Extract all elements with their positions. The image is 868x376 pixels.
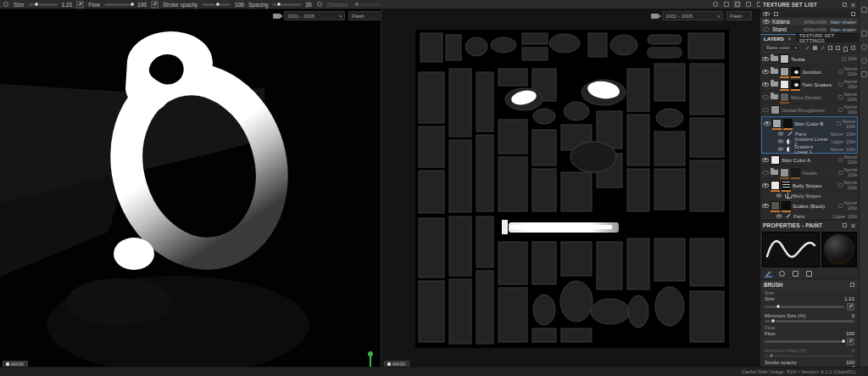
eye-icon[interactable] bbox=[762, 204, 769, 208]
material-sphere-preview[interactable] bbox=[821, 232, 857, 267]
eraser-tool-icon[interactable] bbox=[778, 270, 786, 278]
min-size-value[interactable]: 0 bbox=[852, 313, 854, 318]
layer-thumbnail[interactable] bbox=[780, 168, 789, 177]
effect-name[interactable]: Gradient Linear 1 bbox=[794, 144, 828, 154]
blend-mode[interactable]: Ldge bbox=[832, 139, 843, 144]
dock-icon[interactable] bbox=[842, 2, 848, 8]
layer-thumbnail[interactable] bbox=[771, 201, 780, 210]
view-mode-dropdown[interactable]: Flash bbox=[348, 11, 381, 20]
layer-thumbnail[interactable] bbox=[771, 105, 780, 115]
layer-opacity[interactable]: 100 bbox=[848, 185, 857, 190]
mask-toggle[interactable] bbox=[842, 57, 846, 61]
preset-icon[interactable] bbox=[849, 282, 855, 288]
layer-thumbnail[interactable] bbox=[780, 67, 789, 76]
layer-name[interactable]: Micro Details bbox=[791, 94, 837, 100]
effect-row-paint-scales[interactable]: Paint Ldge 100 bbox=[760, 212, 859, 220]
layer-name[interactable]: Belly Stripes bbox=[793, 182, 837, 188]
mask-toggle[interactable] bbox=[838, 183, 843, 188]
effect-opacity[interactable]: 100 bbox=[846, 132, 855, 137]
mask-toggle[interactable] bbox=[838, 171, 843, 175]
layer-name[interactable]: Skin Color B bbox=[794, 121, 835, 126]
layer-name[interactable]: Heads bbox=[802, 170, 837, 176]
layer-opacity[interactable]: 100 bbox=[848, 56, 857, 61]
layer-thumbnail[interactable] bbox=[780, 93, 789, 102]
display-settings-icon[interactable] bbox=[861, 7, 867, 13]
spacing-value[interactable]: 20 bbox=[305, 2, 311, 8]
flow-slider[interactable] bbox=[765, 340, 844, 343]
layer-name[interactable]: Twin Snakes bbox=[802, 81, 837, 87]
size-value[interactable]: 1.21 bbox=[62, 2, 73, 8]
camera-icon[interactable] bbox=[651, 14, 659, 19]
mask-thumbnail[interactable] bbox=[791, 80, 800, 89]
filter-icon[interactable] bbox=[850, 11, 856, 17]
brush-stroke-preview[interactable] bbox=[762, 232, 820, 267]
mask-toggle[interactable] bbox=[838, 158, 843, 162]
blend-mode[interactable]: Norm bbox=[831, 132, 843, 137]
shape-icon[interactable] bbox=[745, 1, 752, 8]
layer-opacity[interactable]: 100 bbox=[848, 172, 857, 177]
dock-icon[interactable] bbox=[842, 222, 848, 228]
layer-row-tsuba[interactable]: Tsuba 100 bbox=[760, 53, 859, 65]
alphas-panel-icon[interactable] bbox=[861, 58, 867, 64]
layer-opacity[interactable]: 100 bbox=[848, 160, 857, 165]
layer-opacity[interactable]: 100 bbox=[848, 97, 857, 102]
flow-pressure-toggle[interactable] bbox=[151, 1, 159, 8]
add-fill-layer-icon[interactable] bbox=[812, 45, 818, 51]
mask-toggle[interactable] bbox=[838, 70, 843, 74]
layer-row-junction[interactable]: Junction Norm 100 bbox=[760, 65, 859, 78]
view-mode-dropdown[interactable]: Flash bbox=[726, 11, 752, 20]
add-group-icon[interactable] bbox=[843, 45, 849, 51]
layer-name[interactable]: Skin Color A bbox=[782, 157, 837, 163]
pen-tool-icon[interactable] bbox=[734, 1, 741, 8]
flow-pressure-toggle[interactable] bbox=[847, 338, 854, 345]
eye-icon[interactable] bbox=[762, 171, 769, 175]
mask-thumbnail[interactable] bbox=[791, 67, 800, 76]
add-mask-icon[interactable] bbox=[835, 45, 841, 51]
layer-name[interactable]: Junction bbox=[802, 69, 837, 75]
mask-thumbnail[interactable] bbox=[783, 119, 793, 128]
texture-set-row[interactable]: Katana 4096x4096 Main shader bbox=[760, 18, 859, 25]
eye-icon[interactable] bbox=[763, 27, 770, 31]
eye-icon[interactable] bbox=[762, 70, 769, 74]
layer-opacity[interactable]: 100 bbox=[848, 205, 857, 210]
materials-panel-icon[interactable] bbox=[861, 44, 867, 50]
layer-opacity[interactable]: 100 bbox=[848, 109, 857, 115]
close-icon[interactable] bbox=[850, 2, 856, 8]
stroke-opacity-value[interactable]: 100 bbox=[235, 2, 244, 8]
channel-filter-dropdown[interactable]: Base color bbox=[763, 44, 800, 52]
tool-settings-icon[interactable] bbox=[3, 1, 9, 8]
flow-value[interactable]: 100 bbox=[846, 331, 854, 336]
eye-icon[interactable] bbox=[762, 108, 769, 112]
size-pressure-toggle[interactable] bbox=[76, 1, 84, 8]
blend-mode[interactable]: Ldge bbox=[833, 214, 845, 219]
brush-tool-icon[interactable] bbox=[765, 270, 772, 278]
effect-opacity[interactable]: 100 bbox=[846, 147, 855, 152]
effect-opacity[interactable]: 100 bbox=[846, 139, 855, 144]
projection-tool-icon[interactable] bbox=[792, 270, 799, 278]
layer-thumbnail[interactable] bbox=[780, 54, 789, 64]
eye-icon[interactable] bbox=[778, 148, 783, 151]
blend-mode[interactable]: Norm bbox=[831, 147, 843, 152]
size-value[interactable]: 1.21 bbox=[844, 296, 854, 301]
close-icon[interactable] bbox=[850, 222, 856, 228]
assets-panel-icon[interactable] bbox=[861, 31, 867, 36]
eye-icon[interactable] bbox=[776, 194, 782, 198]
layer-opacity[interactable]: 100 bbox=[848, 71, 857, 76]
layer-thumbnail[interactable] bbox=[772, 119, 782, 128]
layer-name[interactable]: Scales (Back) bbox=[793, 203, 837, 209]
viewport-2d-uv[interactable]: 1001 - 1006 Flash MASK bbox=[381, 9, 760, 367]
eye-icon[interactable] bbox=[762, 82, 769, 87]
layer-thumbnail[interactable] bbox=[771, 155, 780, 165]
stack-icon[interactable] bbox=[773, 11, 779, 17]
layer-thumbnail[interactable] bbox=[771, 181, 780, 190]
flow-value[interactable]: 100 bbox=[137, 2, 147, 8]
camera-range-dropdown[interactable]: 1001 - 1006 bbox=[284, 11, 345, 20]
tab-texture-set-settings[interactable]: TEXTURE SET SETTINGS bbox=[796, 34, 859, 42]
visibility-all-icon[interactable] bbox=[763, 12, 770, 16]
mask-toggle[interactable] bbox=[837, 121, 841, 126]
mask-thumbnail[interactable] bbox=[791, 168, 800, 177]
layer-opacity[interactable]: 100 bbox=[846, 124, 855, 129]
effect-name[interactable]: Paint bbox=[793, 214, 804, 219]
layer-opacity[interactable]: 100 bbox=[848, 84, 857, 89]
spacing-slider[interactable] bbox=[272, 3, 301, 6]
